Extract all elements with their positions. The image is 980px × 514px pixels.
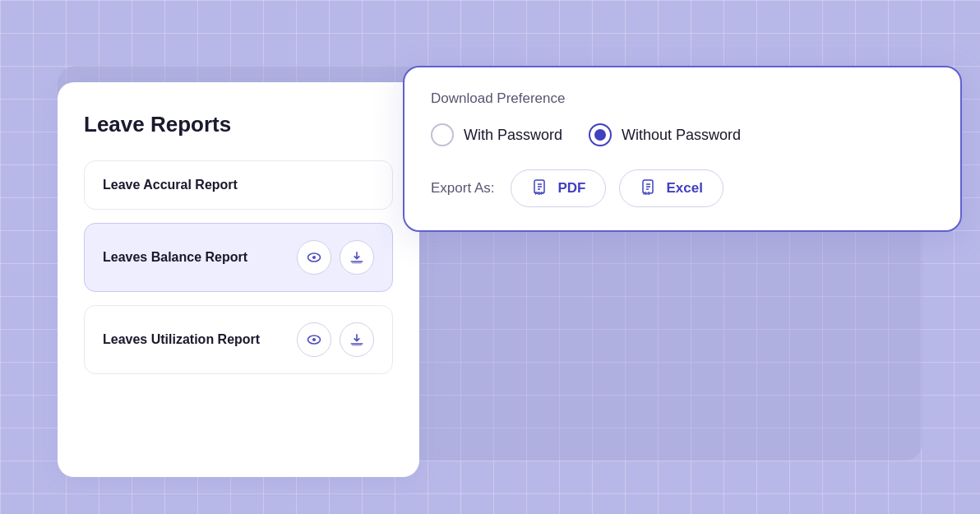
- radio-label-with-password: With Password: [464, 127, 562, 144]
- svg-text:XLS: XLS: [643, 192, 650, 196]
- download-button[interactable]: [340, 240, 374, 275]
- pdf-label: PDF: [557, 180, 585, 197]
- svg-text:PDF: PDF: [535, 191, 543, 196]
- list-item[interactable]: Leaves Utilization Report: [84, 305, 393, 374]
- download-button[interactable]: [340, 322, 374, 357]
- export-pdf-button[interactable]: PDF PDF: [511, 169, 606, 207]
- list-item[interactable]: Leaves Balance Report: [84, 223, 393, 292]
- radio-with-password[interactable]: With Password: [431, 123, 562, 146]
- radio-circle-with-password: [431, 123, 454, 146]
- export-label: Export As:: [431, 180, 494, 197]
- list-item[interactable]: Leave Accural Report: [84, 160, 393, 210]
- svg-point-3: [312, 338, 316, 341]
- excel-label: Excel: [666, 180, 702, 197]
- view-button[interactable]: [297, 240, 331, 275]
- report-label: Leaves Utilization Report: [103, 332, 260, 347]
- radio-circle-without-password: [589, 123, 612, 146]
- page-title: Leave Reports: [84, 112, 393, 137]
- export-excel-button[interactable]: XLS Excel: [619, 169, 723, 207]
- radio-label-without-password: Without Password: [622, 127, 741, 144]
- view-button[interactable]: [297, 322, 331, 357]
- download-preference-popup: Download Preference With Password Withou…: [403, 66, 962, 232]
- report-label: Leaves Balance Report: [103, 250, 247, 265]
- radio-without-password[interactable]: Without Password: [589, 123, 741, 146]
- svg-point-1: [312, 256, 316, 259]
- popup-title: Download Preference: [431, 90, 934, 107]
- report-label: Leave Accural Report: [103, 178, 238, 192]
